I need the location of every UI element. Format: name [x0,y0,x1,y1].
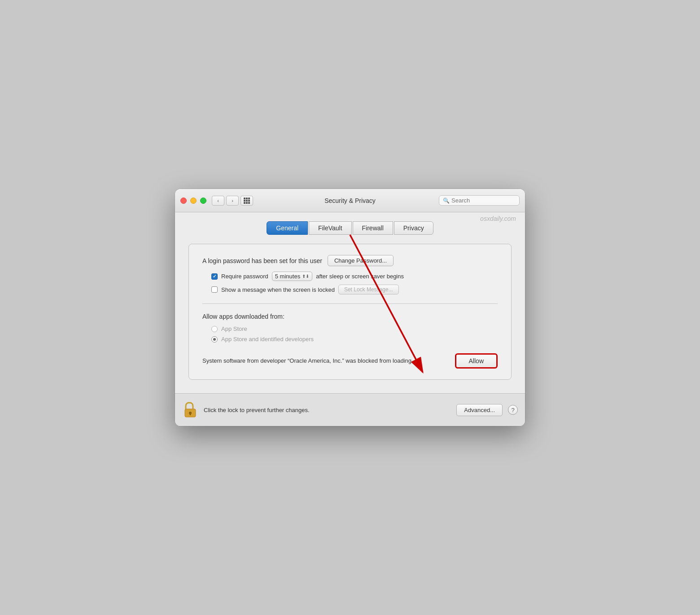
window-title: Security & Privacy [324,197,376,204]
dropdown-arrows-icon: ⬆⬇ [302,274,309,279]
nav-buttons: ‹ › [212,196,239,206]
tab-bar: General FileVault Firewall Privacy [188,221,512,235]
minimize-button[interactable] [190,198,197,204]
app-store-label: App Store [221,325,247,332]
watermark: osxdaily.com [480,215,516,222]
require-password-label: Require password [221,273,268,280]
app-store-radio-row: App Store [211,325,498,332]
lock-icon [183,401,197,419]
traffic-lights [180,198,206,204]
app-store-identified-radio-row: App Store and identified developers [211,336,498,343]
login-password-row: A login password has been set for this u… [202,255,498,266]
tab-filevault[interactable]: FileVault [309,221,351,235]
change-password-button[interactable]: Change Password... [328,255,394,266]
require-password-checkbox[interactable]: ✓ [211,273,218,280]
security-privacy-window: ‹ › Security & Privacy 🔍 osxdaily.com Ge… [175,189,525,426]
search-icon: 🔍 [443,198,450,204]
set-lock-message-button[interactable]: Set Lock Message... [338,285,399,294]
login-password-text: A login password has been set for this u… [202,257,322,264]
checkmark-icon: ✓ [213,274,216,279]
lock-icon-wrap [182,400,198,420]
tab-firewall[interactable]: Firewall [353,221,393,235]
app-store-radio[interactable] [211,326,218,332]
radio-selected-indicator [213,338,216,341]
login-password-section: A login password has been set for this u… [202,255,498,294]
allow-apps-section: Allow apps downloaded from: App Store Ap… [202,313,498,343]
search-box[interactable]: 🔍 [439,195,520,206]
tab-general[interactable]: General [267,221,308,235]
tab-privacy[interactable]: Privacy [394,221,433,235]
section-separator [202,303,498,304]
bottom-bar: Click the lock to prevent further change… [175,393,525,426]
grid-icon [244,198,250,204]
svg-rect-4 [190,413,191,415]
advanced-button[interactable]: Advanced... [456,404,503,416]
back-button[interactable]: ‹ [212,196,224,206]
oracle-blocked-section: System software from developer “Oracle A… [202,350,498,369]
require-password-suffix: after sleep or screen saver begins [316,273,404,280]
grid-view-button[interactable] [241,196,253,206]
lock-status-text: Click the lock to prevent further change… [204,407,451,413]
search-input[interactable] [451,197,516,204]
allow-button[interactable]: Allow [455,353,498,369]
app-store-identified-radio[interactable] [211,336,218,343]
close-button[interactable] [180,198,187,204]
settings-panel: A login password has been set for this u… [188,244,512,380]
password-time-dropdown[interactable]: 5 minutes ⬆⬇ [272,272,312,281]
oracle-blocked-text: System software from developer “Oracle A… [202,356,448,365]
titlebar: ‹ › Security & Privacy 🔍 [175,189,525,212]
password-time-value: 5 minutes [275,273,300,280]
app-store-identified-label: App Store and identified developers [221,336,314,343]
forward-button[interactable]: › [226,196,239,206]
show-message-checkbox[interactable] [211,286,218,293]
show-message-row: Show a message when the screen is locked… [211,285,498,294]
allow-apps-title: Allow apps downloaded from: [202,313,498,320]
require-password-row: ✓ Require password 5 minutes ⬆⬇ after sl… [211,272,498,281]
show-message-label: Show a message when the screen is locked [221,286,335,293]
help-button[interactable]: ? [508,405,518,415]
content-area: General FileVault Firewall Privacy A log… [175,212,525,393]
maximize-button[interactable] [200,198,206,204]
